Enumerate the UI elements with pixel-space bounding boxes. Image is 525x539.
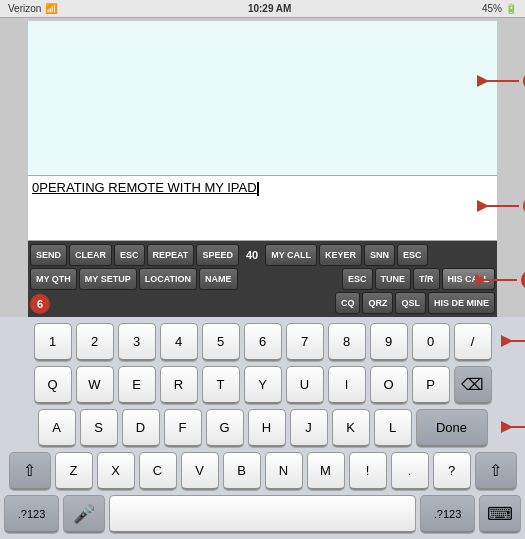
key-h[interactable]: H: [248, 409, 286, 447]
key-a[interactable]: A: [38, 409, 76, 447]
key-shift-left[interactable]: ⇧: [9, 452, 51, 490]
speed-btn[interactable]: SPEED: [196, 244, 239, 266]
key-3[interactable]: 3: [118, 323, 156, 361]
toolbar-row-2-left: MY QTH MY SETUP LOCATION NAME: [30, 268, 340, 290]
key-4[interactable]: 4: [160, 323, 198, 361]
cq-btn[interactable]: CQ: [335, 292, 361, 314]
key-s[interactable]: S: [80, 409, 118, 447]
key-1[interactable]: 1: [34, 323, 72, 361]
key-z[interactable]: Z: [55, 452, 93, 490]
tune-btn[interactable]: TUNE: [375, 268, 412, 290]
key-p[interactable]: P: [412, 366, 450, 404]
key-o[interactable]: O: [370, 366, 408, 404]
status-left: Verizon 📶: [8, 3, 57, 14]
battery-icon: 🔋: [505, 3, 517, 14]
tr-btn[interactable]: T/R: [413, 268, 440, 290]
key-2[interactable]: 2: [76, 323, 114, 361]
keyboard-row-bottom: .?123 🎤 .?123 ⌨: [4, 495, 521, 533]
his-de-mine-btn[interactable]: HIS DE MINE: [428, 292, 495, 314]
arrow-3b: [473, 272, 518, 288]
key-symbols-right[interactable]: .?123: [420, 495, 475, 533]
key-g[interactable]: G: [206, 409, 244, 447]
send-btn[interactable]: SEND: [30, 244, 67, 266]
keyboard-row-zxcvb: ⇧ Z X C V B N M ! . ? ⇧: [4, 452, 521, 490]
toolbar-row-2a: MY QTH MY SETUP LOCATION NAME ESC TUNE T…: [30, 268, 495, 290]
annotation-2: 2: [475, 196, 525, 216]
status-right: 45% 🔋: [482, 3, 517, 14]
key-8[interactable]: 8: [328, 323, 366, 361]
spacer-left: [30, 292, 333, 314]
key-5[interactable]: 5: [202, 323, 240, 361]
qrz-btn[interactable]: QRZ: [362, 292, 393, 314]
key-6[interactable]: 6: [244, 323, 282, 361]
key-y[interactable]: Y: [244, 366, 282, 404]
esc-btn-2[interactable]: ESC: [397, 244, 428, 266]
key-l[interactable]: L: [374, 409, 412, 447]
key-f[interactable]: F: [164, 409, 202, 447]
key-e[interactable]: E: [118, 366, 156, 404]
input-text: 0PERATING REMOTE WITH MY IPAD: [32, 180, 257, 195]
display-area: 3: [28, 21, 497, 176]
toolbar-row-2-right: ESC TUNE T/R HIS CALL 3: [342, 268, 495, 290]
key-q[interactable]: Q: [34, 366, 72, 404]
my-call-btn[interactable]: MY CALL: [265, 244, 317, 266]
key-9[interactable]: 9: [370, 323, 408, 361]
key-w[interactable]: W: [76, 366, 114, 404]
annotation-5: 5: [499, 417, 525, 437]
key-slash[interactable]: /: [454, 323, 492, 361]
speed-value: 40: [241, 244, 263, 266]
key-c[interactable]: C: [139, 452, 177, 490]
annotation-3-top: 3: [475, 71, 525, 91]
keyboard-container: 1 2 3 4 5 6 7 8 9 0 / 4 Q W E R: [0, 317, 525, 539]
key-shift-right[interactable]: ⇧: [475, 452, 517, 490]
key-question[interactable]: ?: [433, 452, 471, 490]
key-space[interactable]: [109, 495, 416, 533]
carrier-text: Verizon: [8, 3, 41, 14]
key-x[interactable]: X: [97, 452, 135, 490]
key-symbols-left[interactable]: .?123: [4, 495, 59, 533]
input-area[interactable]: 0PERATING REMOTE WITH MY IPAD 2: [28, 176, 497, 241]
toolbar-row-2b: CQ QRZ QSL HIS DE MINE 6: [30, 292, 495, 314]
key-exclaim[interactable]: !: [349, 452, 387, 490]
clear-btn[interactable]: CLEAR: [69, 244, 112, 266]
wifi-icon: 📶: [45, 3, 57, 14]
key-m[interactable]: M: [307, 452, 345, 490]
status-bar: Verizon 📶 10:29 AM 45% 🔋: [0, 0, 525, 18]
keyboard-row-qwerty: Q W E R T Y U I O P ⌫: [4, 366, 521, 404]
key-j[interactable]: J: [290, 409, 328, 447]
location-btn[interactable]: LOCATION: [139, 268, 197, 290]
repeat-btn[interactable]: REPEAT: [147, 244, 195, 266]
annotation-circle-6: 6: [30, 294, 50, 314]
key-b[interactable]: B: [223, 452, 261, 490]
key-period[interactable]: .: [391, 452, 429, 490]
my-setup-btn[interactable]: MY SETUP: [79, 268, 137, 290]
arrow-5: [499, 419, 525, 435]
key-r[interactable]: R: [160, 366, 198, 404]
esc-tune-btn[interactable]: ESC: [342, 268, 373, 290]
key-u[interactable]: U: [286, 366, 324, 404]
snn-btn[interactable]: SNN: [364, 244, 395, 266]
keyboard-row-asdfg: A S D F G H J K L Done 5: [4, 409, 521, 447]
key-done[interactable]: Done: [416, 409, 488, 447]
esc-btn-1[interactable]: ESC: [114, 244, 145, 266]
name-btn[interactable]: NAME: [199, 268, 238, 290]
my-qth-btn[interactable]: MY QTH: [30, 268, 77, 290]
key-backspace[interactable]: ⌫: [454, 366, 492, 404]
annotation-3-bottom: 3: [473, 270, 525, 290]
status-time: 10:29 AM: [248, 3, 292, 14]
key-d[interactable]: D: [122, 409, 160, 447]
key-mic[interactable]: 🎤: [63, 495, 105, 533]
qsl-btn[interactable]: QSL: [395, 292, 426, 314]
app-container: Verizon 📶 10:29 AM 45% 🔋 3 0PERATING REM…: [0, 0, 525, 539]
key-n[interactable]: N: [265, 452, 303, 490]
key-v[interactable]: V: [181, 452, 219, 490]
text-cursor: [257, 182, 259, 196]
key-i[interactable]: I: [328, 366, 366, 404]
keyer-btn[interactable]: KEYER: [319, 244, 362, 266]
annotation-4: 4: [499, 331, 525, 351]
key-keyboard[interactable]: ⌨: [479, 495, 521, 533]
key-t[interactable]: T: [202, 366, 240, 404]
key-0[interactable]: 0: [412, 323, 450, 361]
key-7[interactable]: 7: [286, 323, 324, 361]
key-k[interactable]: K: [332, 409, 370, 447]
